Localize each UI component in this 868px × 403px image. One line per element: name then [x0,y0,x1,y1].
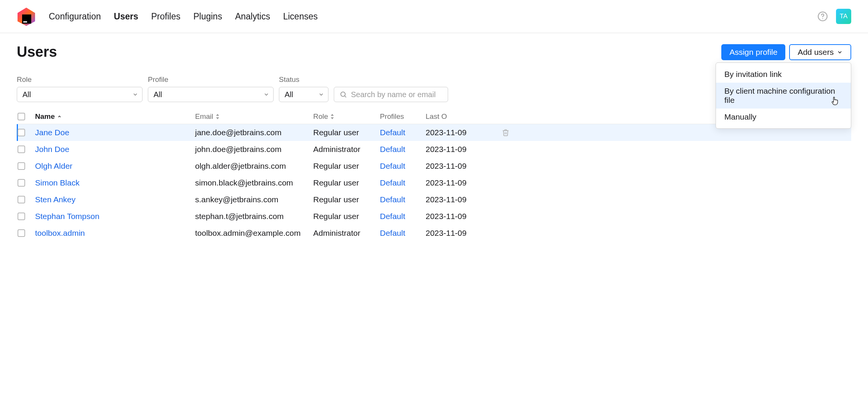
user-email: stephan.t@jetbrains.com [195,212,284,221]
user-profile-link[interactable]: Default [380,145,405,154]
user-profile-link[interactable]: Default [380,128,405,137]
user-role: Regular user [313,195,359,204]
svg-marker-8 [216,117,219,119]
col-last[interactable]: Last O [426,112,502,121]
user-last: 2023-11-09 [426,229,466,237]
row-checkbox[interactable] [18,213,25,220]
row-checkbox[interactable] [18,196,25,203]
user-profile-link[interactable]: Default [380,162,405,170]
profile-filter-select[interactable]: All [148,87,274,102]
user-role: Administrator [313,145,360,154]
col-role-label: Role [313,112,328,121]
dropdown-item-manually[interactable]: Manually [716,109,851,125]
trash-icon[interactable] [502,128,525,137]
user-last: 2023-11-09 [426,128,466,137]
dropdown-item-invitation[interactable]: By invitation link [716,66,851,83]
table-row[interactable]: Sten Ankey s.ankey@jetbrains.com Regular… [17,191,851,208]
user-email: toolbox.admin@example.com [195,229,301,237]
add-users-button[interactable]: Add users [789,44,851,60]
search-input[interactable] [351,90,442,99]
user-role: Regular user [313,162,359,170]
user-profile-link[interactable]: Default [380,212,405,221]
user-last: 2023-11-09 [426,145,466,154]
user-email: jane.doe@jetbrains.com [195,128,282,137]
role-filter-label: Role [17,75,143,84]
user-last: 2023-11-09 [426,162,466,170]
user-role: Administrator [313,229,360,237]
sort-asc-icon [57,114,62,119]
svg-line-6 [345,96,346,98]
status-filter-value: All [285,90,293,99]
select-all-checkbox[interactable] [18,113,25,120]
col-email[interactable]: Email [195,112,313,121]
user-name-link[interactable]: Sten Ankey [35,195,75,204]
col-name[interactable]: Name [35,112,195,121]
user-last: 2023-11-09 [426,195,466,204]
profile-filter-value: All [154,90,162,99]
status-filter-select[interactable]: All [279,87,328,102]
row-checkbox[interactable] [18,129,25,136]
chevron-down-icon [263,91,269,98]
user-role: Regular user [313,128,359,137]
user-profile-link[interactable]: Default [380,195,405,204]
primary-nav: Configuration Users Profiles Plugins Ana… [49,11,318,22]
chevron-down-icon [837,49,843,55]
nav-users[interactable]: Users [114,11,138,22]
nav-plugins[interactable]: Plugins [193,11,222,22]
role-filter-select[interactable]: All [17,87,143,102]
app-logo[interactable] [17,7,36,26]
add-users-dropdown: By invitation link By client machine con… [716,62,851,129]
profile-filter-label: Profile [148,75,274,84]
help-icon[interactable] [817,11,828,22]
user-name-link[interactable]: Jane Doe [35,128,69,137]
chevron-down-icon [318,91,324,98]
nav-analytics[interactable]: Analytics [235,11,270,22]
user-profile-link[interactable]: Default [380,229,405,237]
chevron-down-icon [132,91,138,98]
svg-point-4 [822,18,823,19]
col-last-label: Last O [426,112,447,121]
user-email: john.doe@jetbrains.com [195,145,282,154]
row-checkbox[interactable] [18,162,25,170]
row-checkbox[interactable] [18,229,25,237]
search-icon [340,91,347,98]
table-row[interactable]: Simon Black simon.black@jetbrains.com Re… [17,174,851,191]
user-email: s.ankey@jetbrains.com [195,195,279,204]
user-email: olgh.alder@jetbrains.com [195,162,286,170]
nav-profiles[interactable]: Profiles [151,11,181,22]
user-last: 2023-11-09 [426,212,466,221]
user-name-link[interactable]: Olgh Alder [35,162,72,170]
user-name-link[interactable]: toolbox.admin [35,229,85,237]
assign-profile-button[interactable]: Assign profile [721,44,785,60]
user-name-link[interactable]: Stephan Tompson [35,212,99,221]
user-last: 2023-11-09 [426,178,466,187]
user-profile-link[interactable]: Default [380,178,405,187]
table-row[interactable]: Stephan Tompson stephan.t@jetbrains.com … [17,208,851,225]
user-name-link[interactable]: John Doe [35,145,69,154]
col-name-label: Name [35,112,55,121]
nav-configuration[interactable]: Configuration [49,11,101,22]
svg-marker-7 [216,114,219,116]
svg-rect-2 [23,21,27,22]
row-checkbox[interactable] [18,179,25,187]
top-header: Configuration Users Profiles Plugins Ana… [0,0,868,33]
svg-marker-10 [331,117,334,119]
search-input-wrapper[interactable] [334,87,448,102]
user-email: simon.black@jetbrains.com [195,178,293,187]
dropdown-item-config-file[interactable]: By client machine configuration file [716,83,851,109]
svg-marker-9 [331,114,334,116]
row-checkbox[interactable] [18,146,25,153]
user-name-link[interactable]: Simon Black [35,178,80,187]
nav-licenses[interactable]: Licenses [283,11,318,22]
users-table: Name Email Role Profiles Last O [17,109,851,241]
table-row[interactable]: John Doe john.doe@jetbrains.com Administ… [17,141,851,158]
table-row[interactable]: toolbox.admin toolbox.admin@example.com … [17,225,851,241]
col-role[interactable]: Role [313,112,380,121]
table-row[interactable]: Olgh Alder olgh.alder@jetbrains.com Regu… [17,158,851,174]
col-profiles[interactable]: Profiles [380,112,426,121]
page-title: Users [17,44,57,60]
user-role: Regular user [313,178,359,187]
sort-icon [330,114,334,119]
role-filter-value: All [22,90,31,99]
user-avatar[interactable]: TA [836,9,851,24]
